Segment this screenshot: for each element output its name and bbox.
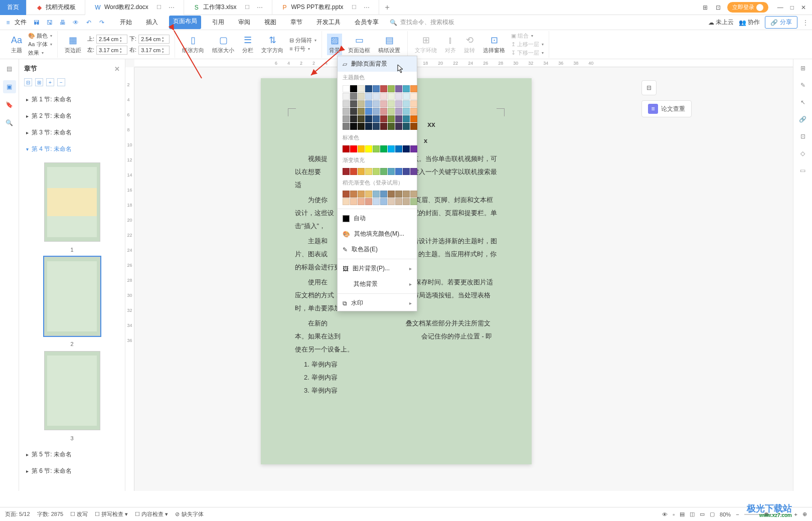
- color-swatch[interactable]: [365, 100, 372, 107]
- other-background-option[interactable]: 其他背景 ▸: [338, 276, 417, 292]
- color-swatch[interactable]: [388, 191, 395, 198]
- color-swatch[interactable]: [343, 145, 350, 152]
- color-swatch[interactable]: [365, 108, 372, 115]
- page-thumbnail[interactable]: [44, 257, 100, 336]
- view-outline-icon[interactable]: ▤: [680, 511, 685, 517]
- color-swatch[interactable]: [365, 145, 372, 152]
- rail-search-icon[interactable]: 🔍: [3, 116, 16, 129]
- select-pane-button[interactable]: ⊡选择窗格: [481, 34, 507, 55]
- color-swatch[interactable]: [410, 100, 417, 107]
- color-swatch[interactable]: [380, 191, 387, 198]
- color-swatch[interactable]: [410, 191, 417, 198]
- tab-section[interactable]: 章节: [287, 16, 305, 29]
- tab-word-doc[interactable]: W Word教程2.docx ☐ ⋯: [85, 0, 184, 15]
- color-swatch[interactable]: [365, 115, 372, 122]
- color-swatch[interactable]: [373, 93, 380, 100]
- color-swatch[interactable]: [403, 168, 410, 175]
- missing-font[interactable]: ⊘ 缺失字体: [175, 510, 203, 518]
- add-icon[interactable]: +: [46, 78, 54, 86]
- color-swatch[interactable]: [395, 93, 402, 100]
- maximize-button[interactable]: □: [790, 4, 794, 11]
- color-swatch[interactable]: [388, 198, 395, 205]
- color-swatch[interactable]: [403, 145, 410, 152]
- view-read-icon[interactable]: ▭: [700, 511, 705, 517]
- paper-review-button[interactable]: ≡ 论文查重: [641, 100, 692, 117]
- color-swatch[interactable]: [395, 85, 402, 92]
- color-swatch[interactable]: [350, 93, 357, 100]
- tab-view[interactable]: 视图: [261, 16, 279, 29]
- print-icon[interactable]: 🖶: [58, 18, 68, 28]
- save-icon[interactable]: ☐: [156, 4, 161, 11]
- auto-color-option[interactable]: 自动: [338, 211, 417, 226]
- new-tab-button[interactable]: +: [379, 3, 396, 12]
- effect-button[interactable]: 效果▾: [28, 49, 52, 57]
- color-swatch[interactable]: [395, 123, 402, 130]
- paper-size-button[interactable]: ▢纸张大小: [210, 34, 236, 55]
- page-thumbnail[interactable]: [44, 351, 100, 430]
- more-colors-option[interactable]: 🎨 其他填充颜色(M)...: [338, 226, 417, 242]
- color-swatch[interactable]: [388, 85, 395, 92]
- color-swatch[interactable]: [373, 85, 380, 92]
- tab-ppt[interactable]: P WPS PPT教程.pptx ☐ ⋯: [272, 0, 379, 15]
- color-swatch[interactable]: [343, 123, 350, 130]
- columns-button[interactable]: ☰分栏: [240, 34, 255, 55]
- color-swatch[interactable]: [388, 93, 395, 100]
- color-swatch[interactable]: [380, 168, 387, 175]
- cloud-button[interactable]: ☁ 未上云: [708, 18, 734, 27]
- picture-background-option[interactable]: 🖼 图片背景(P)... ▸: [338, 261, 417, 276]
- grid-icon[interactable]: ⊡: [714, 4, 722, 12]
- view-page-icon[interactable]: ▫: [673, 511, 675, 517]
- spell-check[interactable]: ☐ 拼写检查 ▾: [95, 510, 128, 518]
- color-swatch[interactable]: [380, 115, 387, 122]
- orientation-button[interactable]: ▯纸张方向: [180, 34, 206, 55]
- color-swatch[interactable]: [350, 85, 357, 92]
- color-swatch[interactable]: [403, 100, 410, 107]
- margin-bottom-input[interactable]: 2.54 cm▴▾: [138, 35, 170, 44]
- color-swatch[interactable]: [358, 123, 365, 130]
- color-swatch[interactable]: [388, 145, 395, 152]
- color-swatch[interactable]: [358, 168, 365, 175]
- view-focus-icon[interactable]: ▢: [710, 511, 715, 517]
- linenum-button[interactable]: ≡ 行号▾: [289, 45, 316, 53]
- color-swatch[interactable]: [395, 115, 402, 122]
- command-search[interactable]: 🔍 查找命令、搜索模板: [390, 18, 454, 27]
- color-swatch[interactable]: [343, 108, 350, 115]
- page-count[interactable]: 页面: 5/12: [5, 510, 30, 518]
- color-swatch[interactable]: [410, 108, 417, 115]
- redo-icon[interactable]: ↷: [97, 18, 107, 28]
- saveas-icon[interactable]: 🖫: [45, 18, 55, 28]
- word-count[interactable]: 字数: 2875: [37, 510, 64, 518]
- color-swatch[interactable]: [358, 108, 365, 115]
- rr-book-icon[interactable]: ▭: [798, 165, 808, 176]
- color-button[interactable]: 🎨 颜色▾: [28, 32, 52, 40]
- view-eye-icon[interactable]: 👁: [662, 511, 668, 517]
- color-swatch[interactable]: [350, 115, 357, 122]
- rr-select-icon[interactable]: ↖: [798, 97, 808, 107]
- chapter-item[interactable]: ▸第 2 节: 未命名: [19, 108, 125, 124]
- collapse-all-icon[interactable]: ⊟: [24, 78, 32, 86]
- chapter-item[interactable]: ▸第 3 节: 未命名: [19, 124, 125, 141]
- color-swatch[interactable]: [388, 108, 395, 115]
- color-swatch[interactable]: [373, 100, 380, 107]
- collab-button[interactable]: 👥 协作: [739, 18, 760, 27]
- color-swatch[interactable]: [343, 85, 350, 92]
- view-web-icon[interactable]: ◫: [690, 511, 695, 517]
- color-swatch[interactable]: [410, 168, 417, 175]
- tab-excel[interactable]: S 工作簿3.xlsx ☐ ⋯: [184, 0, 272, 15]
- margin-right-input[interactable]: 3.17 cm▴▾: [138, 46, 170, 55]
- color-swatch[interactable]: [395, 168, 402, 175]
- color-swatch[interactable]: [373, 108, 380, 115]
- divider-button[interactable]: ⊟ 分隔符▾: [289, 37, 316, 44]
- color-swatch[interactable]: [380, 85, 387, 92]
- tab-page-layout[interactable]: 页面布局: [169, 16, 201, 29]
- color-swatch[interactable]: [365, 85, 372, 92]
- tab-home[interactable]: 首页: [0, 0, 27, 15]
- down-button[interactable]: ↧ 下移一层▾: [511, 49, 544, 57]
- document-area[interactable]: 642246810121416182022242628303234363840 …: [125, 59, 793, 491]
- color-swatch[interactable]: [350, 108, 357, 115]
- color-swatch[interactable]: [343, 191, 350, 198]
- watermark-option[interactable]: ⧉ 水印 ▸: [338, 295, 417, 311]
- color-swatch[interactable]: [343, 115, 350, 122]
- background-button[interactable]: ▨背景: [327, 34, 342, 55]
- color-swatch[interactable]: [380, 198, 387, 205]
